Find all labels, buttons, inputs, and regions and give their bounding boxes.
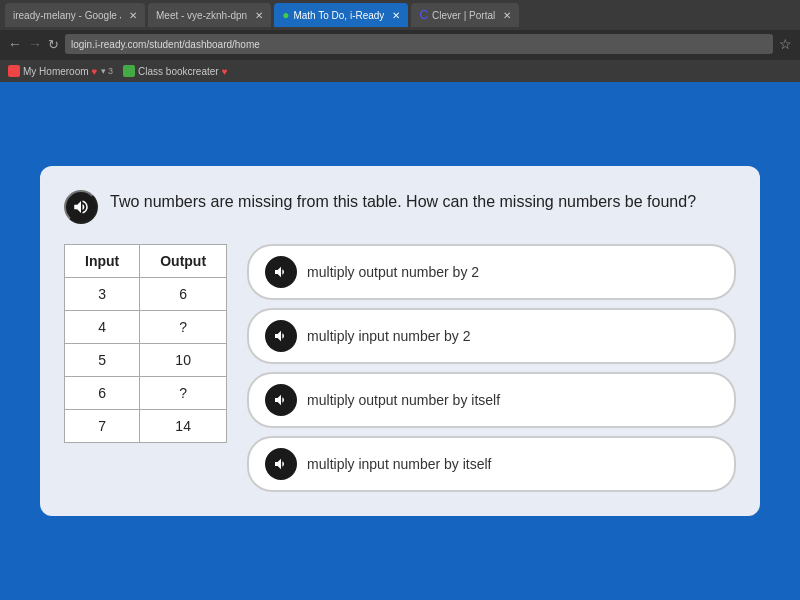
table-row: 7 14 <box>65 410 227 443</box>
options-container: multiply output number by 2 multiply inp… <box>247 244 736 492</box>
tab-clever[interactable]: C Clever | Portal ✕ <box>411 3 519 27</box>
tab-bar: iready-melany - Google Jamb... ✕ Meet - … <box>0 0 800 30</box>
bookmark-label: My Homeroom <box>23 66 89 77</box>
tab-label: Clever | Portal <box>432 10 495 21</box>
speaker-icon <box>273 392 289 408</box>
speaker-icon <box>273 328 289 344</box>
tab-meet[interactable]: Meet - vye-zknh-dpn ✕ <box>148 3 271 27</box>
table-row: 4 ? <box>65 311 227 344</box>
output-cell: ? <box>140 377 227 410</box>
reload-icon[interactable]: ↻ <box>48 37 59 52</box>
tab-favicon: ● <box>282 8 289 22</box>
output-cell: 14 <box>140 410 227 443</box>
option-3-speaker-button[interactable] <box>265 384 297 416</box>
bookmarks-bar: My Homeroom ♥ ▾ 3 Class bookcreater ♥ <box>0 60 800 82</box>
option-4-button[interactable]: multiply input number by itself <box>247 436 736 492</box>
table-row: 5 10 <box>65 344 227 377</box>
input-cell: 6 <box>65 377 140 410</box>
content-area: Input Output 3 6 4 ? <box>64 244 736 492</box>
tab-label: Math To Do, i-Ready <box>293 10 384 21</box>
speaker-icon <box>273 456 289 472</box>
col-header-output: Output <box>140 245 227 278</box>
homeroom-icon <box>8 65 20 77</box>
output-cell: ? <box>140 311 227 344</box>
input-cell: 7 <box>65 410 140 443</box>
option-4-speaker-button[interactable] <box>265 448 297 480</box>
option-1-speaker-button[interactable] <box>265 256 297 288</box>
question-speaker-button[interactable] <box>64 190 98 224</box>
forward-icon[interactable]: → <box>28 36 42 52</box>
input-output-table: Input Output 3 6 4 ? <box>64 244 227 443</box>
heart-icon: ♥ <box>222 66 228 77</box>
option-3-text: multiply output number by itself <box>307 392 500 408</box>
tab-label: iready-melany - Google Jamb... <box>13 10 121 21</box>
output-cell: 10 <box>140 344 227 377</box>
tab-label: Meet - vye-zknh-dpn <box>156 10 247 21</box>
option-4-text: multiply input number by itself <box>307 456 491 472</box>
tab-iready[interactable]: iready-melany - Google Jamb... ✕ <box>5 3 145 27</box>
table-container: Input Output 3 6 4 ? <box>64 244 227 443</box>
speaker-icon <box>72 198 90 216</box>
bookmark-star-icon[interactable]: ☆ <box>779 36 792 52</box>
tab-close-icon[interactable]: ✕ <box>503 10 511 21</box>
option-3-button[interactable]: multiply output number by itself <box>247 372 736 428</box>
question-text: Two numbers are missing from this table.… <box>110 190 696 214</box>
tab-close-icon[interactable]: ✕ <box>392 10 400 21</box>
heart-icon: ♥ <box>92 66 98 77</box>
bookmark-count: ▾ 3 <box>101 66 114 76</box>
bookcreater-icon <box>123 65 135 77</box>
tab-favicon: C <box>419 8 428 22</box>
input-cell: 4 <box>65 311 140 344</box>
address-bar: ← → ↻ ☆ <box>0 30 800 58</box>
option-2-text: multiply input number by 2 <box>307 328 470 344</box>
main-content: Two numbers are missing from this table.… <box>0 82 800 600</box>
question-card: Two numbers are missing from this table.… <box>40 166 760 516</box>
option-1-button[interactable]: multiply output number by 2 <box>247 244 736 300</box>
col-header-input: Input <box>65 245 140 278</box>
tab-close-icon[interactable]: ✕ <box>129 10 137 21</box>
tab-close-icon[interactable]: ✕ <box>255 10 263 21</box>
bookmark-label: Class bookcreater <box>138 66 219 77</box>
tab-mathready[interactable]: ● Math To Do, i-Ready ✕ <box>274 3 408 27</box>
bookmark-bookcreater[interactable]: Class bookcreater ♥ <box>123 65 228 77</box>
output-cell: 6 <box>140 278 227 311</box>
input-cell: 3 <box>65 278 140 311</box>
bookmark-homeroom[interactable]: My Homeroom ♥ ▾ 3 <box>8 65 113 77</box>
browser-chrome: iready-melany - Google Jamb... ✕ Meet - … <box>0 0 800 60</box>
option-2-speaker-button[interactable] <box>265 320 297 352</box>
option-1-text: multiply output number by 2 <box>307 264 479 280</box>
table-row: 6 ? <box>65 377 227 410</box>
address-input[interactable] <box>65 34 773 54</box>
input-cell: 5 <box>65 344 140 377</box>
option-2-button[interactable]: multiply input number by 2 <box>247 308 736 364</box>
table-row: 3 6 <box>65 278 227 311</box>
back-icon[interactable]: ← <box>8 36 22 52</box>
speaker-icon <box>273 264 289 280</box>
question-header: Two numbers are missing from this table.… <box>64 190 736 224</box>
